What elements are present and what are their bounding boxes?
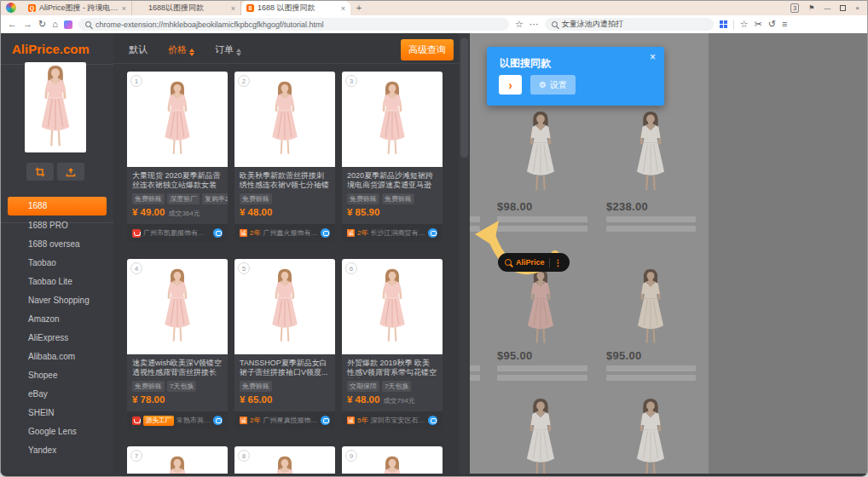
sidebar-item-shein[interactable]: SHEIN: [1, 404, 113, 422]
tab-1688-active[interactable]: 8 1688 以图搜同款 ×: [241, 1, 350, 15]
sidebar-item-alibaba[interactable]: Alibaba.com: [1, 348, 113, 366]
product-title: 2020夏季新品沙滩短裙跨境电商货源速卖通亚马逊eBay...: [342, 167, 443, 191]
advanced-search-button[interactable]: 高级查询: [401, 39, 454, 60]
product-card[interactable]: 6 外贸爆款 2019秋季 欧美性感V领露背系带勾花镂空花边... 交期保障 7…: [342, 259, 443, 429]
sidebar-item-google-lens[interactable]: Google Lens: [1, 422, 113, 441]
sidebar-item-yandex[interactable]: Yandex: [1, 441, 113, 460]
bookmark-star-icon[interactable]: ☆: [515, 20, 524, 29]
product-card[interactable]: 2 欧美秋季新款蕾丝拼接刺绣性感连衣裙V领七分袖镂空内... 免费赊账 ¥ 48…: [234, 72, 335, 242]
close-button[interactable]: ×: [855, 4, 859, 12]
popup-settings-button[interactable]: ⚙ 设置: [530, 75, 576, 95]
popup-close-icon[interactable]: ×: [650, 51, 656, 63]
sidebar-item-taobao-lite[interactable]: Taobao Lite: [1, 273, 113, 291]
tab-close-icon[interactable]: ×: [231, 4, 235, 13]
quick-search-box[interactable]: 女童泳池内遭拍打: [545, 18, 714, 31]
new-tab-button[interactable]: +: [350, 1, 367, 15]
seller-years: 5年: [357, 416, 367, 425]
product-image: 1: [127, 72, 228, 167]
sidebar-item-taobao[interactable]: Taobao: [1, 254, 113, 273]
sort-arrows-icon: [189, 49, 194, 56]
forward-button[interactable]: →: [23, 20, 32, 29]
sidebar-item-1688[interactable]: 1688: [8, 197, 107, 216]
app-icon[interactable]: [64, 20, 72, 29]
sidebar-item-ebay[interactable]: eBay: [1, 385, 113, 404]
scrollbar-thumb[interactable]: [460, 38, 468, 158]
product-image: 8: [234, 446, 335, 474]
divider: [549, 258, 550, 267]
product-card[interactable]: 3 2020夏季新品沙滩短裙跨境电商货源速卖通亚马逊eBay... 免费赊账 免…: [342, 72, 443, 242]
sidebar-item-1688-pro[interactable]: 1688 PRO: [1, 216, 113, 235]
sidebar-item-aliexpress[interactable]: AliExpress: [1, 329, 113, 348]
sort-default[interactable]: 默认: [129, 43, 148, 56]
product-price: ¥ 48.00: [347, 394, 379, 405]
crop-button[interactable]: [26, 163, 54, 181]
more-options-icon[interactable]: ⋯: [529, 20, 539, 29]
product-card[interactable]: 8: [234, 446, 335, 474]
screenshot-scissors-icon[interactable]: ✂: [755, 20, 762, 29]
address-bar[interactable]: chrome-extension://mhkleboajbeokilamicfk…: [78, 18, 509, 31]
chat-icon[interactable]: [321, 228, 330, 238]
chat-icon[interactable]: [321, 416, 330, 425]
product-card[interactable]: 9: [342, 446, 443, 474]
chat-icon[interactable]: [213, 416, 223, 425]
product-card[interactable]: 7: [127, 446, 228, 474]
tab-1688-search[interactable]: 1688以图搜同款 ×: [132, 1, 241, 15]
chat-icon[interactable]: [213, 228, 223, 238]
popup-next-button[interactable]: ›: [499, 75, 522, 95]
seller-row: 源头工厂 常熟市莫城街道...: [127, 411, 228, 429]
store-price: $95.00: [497, 349, 533, 362]
seller-name: 广州星真悦服饰有限公司: [263, 416, 318, 425]
product-image: 2: [234, 72, 335, 167]
cert-badge: 诚: [240, 229, 247, 237]
product-tags: 免费赊账 7天包换: [127, 378, 228, 392]
product-card[interactable]: 1 大量现货 2020夏季新品蕾丝连衣裙独立站爆款女装亚... 免费赊账 深度验…: [127, 72, 228, 242]
undo-icon[interactable]: ↺: [768, 20, 776, 29]
sort-price[interactable]: 价格: [168, 43, 194, 56]
gear-icon: ⚙: [539, 80, 547, 89]
sidebar-item-amazon[interactable]: Amazon: [1, 310, 113, 329]
chat-icon[interactable]: [428, 416, 437, 425]
tab-bar: Q AliPrice图搜 - 跨境电商选品... × 1688以图搜同款 × 8…: [1, 1, 867, 15]
collect-star-icon[interactable]: ☆: [740, 20, 749, 29]
result-number-badge: 9: [345, 450, 357, 462]
seller-row: 广州市凯鹏服饰有限公司: [127, 224, 228, 242]
product-price: ¥ 78.00: [132, 394, 165, 405]
query-image-thumbnail[interactable]: [25, 62, 86, 152]
product-card[interactable]: 5 TANSSHOP夏季新品女白裙子蕾丝拼接袖口V领度... 免费赊账 ¥ 65…: [234, 259, 335, 429]
url-text: chrome-extension://mhkleboajbeokilamicfk…: [95, 20, 324, 29]
store-product-image: [516, 111, 565, 194]
store-product-image: [626, 111, 675, 194]
panel-scrollbar[interactable]: [459, 33, 470, 474]
sidebar-item-shopee[interactable]: Shopee: [1, 366, 113, 385]
flag-icon[interactable]: ⚑: [808, 4, 814, 12]
restore-button[interactable]: [840, 5, 846, 11]
product-card[interactable]: 4 速卖通wish欧美深V领镂空透视性感露背蕾丝拼接长袖... 免费赊账 7天包…: [127, 259, 228, 429]
sidebar-item-1688-oversea[interactable]: 1688 oversea: [1, 235, 113, 254]
product-image: 4: [127, 259, 228, 354]
product-title: 大量现货 2020夏季新品蕾丝连衣裙独立站爆款女装亚...: [127, 167, 228, 191]
aliprice-hover-button[interactable]: AliPrice ⋮: [498, 253, 570, 272]
product-title: 外贸爆款 2019秋季 欧美性感V领露背系带勾花镂空花边...: [342, 354, 443, 378]
result-number-badge: 7: [130, 450, 142, 462]
minimize-button[interactable]: —: [824, 4, 830, 12]
tab-close-icon[interactable]: ×: [341, 4, 345, 13]
menu-icon[interactable]: ≡: [782, 20, 787, 29]
reload-button[interactable]: ↻: [38, 20, 46, 29]
result-number-badge: 3: [345, 75, 357, 87]
tab-aliprice[interactable]: Q AliPrice图搜 - 跨境电商选品... ×: [23, 1, 132, 15]
home-button[interactable]: ⌂: [52, 20, 58, 29]
extension-count-badge[interactable]: 3: [790, 3, 799, 13]
sidebar-item-naver[interactable]: Naver Shopping: [1, 291, 113, 310]
product-title: 欧美秋季新款蕾丝拼接刺绣性感连衣裙V领七分袖镂空内...: [234, 167, 335, 191]
apps-grid-icon[interactable]: [720, 20, 727, 28]
placeholder-bar: [606, 216, 696, 222]
site-list: 1688 1688 PRO 1688 oversea Taobao Taobao…: [1, 197, 113, 460]
pill-menu-icon[interactable]: ⋮: [554, 258, 563, 267]
chat-icon[interactable]: [428, 228, 437, 238]
sort-order[interactable]: 订单: [215, 43, 241, 56]
tab-close-icon[interactable]: ×: [122, 4, 126, 13]
upload-button[interactable]: [57, 163, 84, 181]
search-icon: [505, 259, 512, 266]
back-button[interactable]: ←: [8, 20, 17, 29]
product-tags: 免费赊账 深度验厂 复购率20%: [127, 191, 228, 204]
